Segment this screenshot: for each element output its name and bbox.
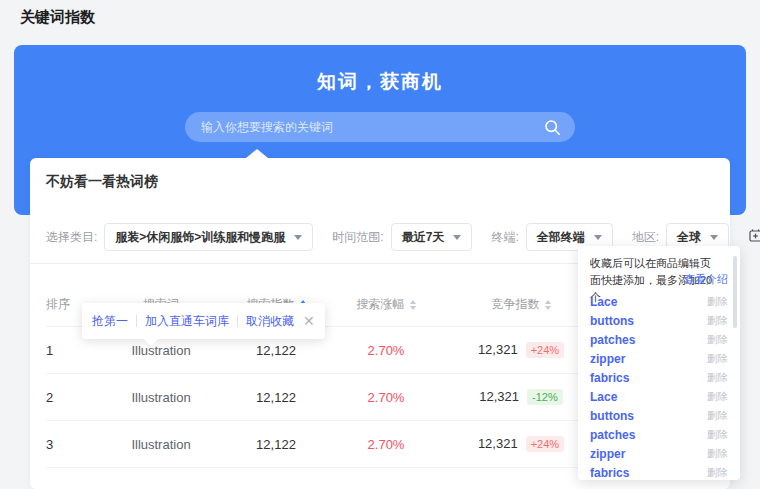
chevron-down-icon xyxy=(594,235,602,240)
favorite-word-link[interactable]: zipper xyxy=(590,447,625,461)
keyword-cell: Illustration xyxy=(106,390,216,405)
hot-words-heading: 不妨看一看热词榜 xyxy=(46,173,158,191)
grab-first-link[interactable]: 抢第一 xyxy=(92,313,128,330)
list-item: buttons 删除 xyxy=(578,406,740,425)
growth-cell: 2.70% xyxy=(336,390,436,405)
favorite-word-link[interactable]: patches xyxy=(590,333,635,347)
search-input[interactable] xyxy=(201,120,544,134)
list-item: fabrics 删除 xyxy=(578,368,740,387)
delete-button[interactable]: 删除 xyxy=(707,333,728,347)
search-index-cell: 12,122 xyxy=(216,437,336,452)
chevron-down-icon xyxy=(453,235,461,240)
competition-value: 12,321 xyxy=(479,389,519,404)
favorite-word-link[interactable]: patches xyxy=(590,428,635,442)
change-badge: +24% xyxy=(526,436,564,452)
list-item: patches 删除 xyxy=(578,330,740,349)
change-badge: -12% xyxy=(527,389,563,405)
growth-cell: 2.70% xyxy=(336,343,436,358)
list-item: fabrics 删除 xyxy=(578,463,740,480)
column-header-label: 竞争指数 xyxy=(492,296,540,313)
time-range-select[interactable]: 最近7天 xyxy=(391,223,473,251)
delete-button[interactable]: 删除 xyxy=(707,409,728,423)
terminal-label: 终端: xyxy=(491,229,518,246)
keyword-search-bar[interactable] xyxy=(185,112,575,142)
delete-button[interactable]: 删除 xyxy=(707,371,728,385)
list-item: Lace 删除 xyxy=(578,387,740,406)
keyword-cell: Illustration xyxy=(106,437,216,452)
close-icon[interactable]: ✕ xyxy=(303,314,315,328)
region-label: 地区: xyxy=(632,229,659,246)
add-to-collection-icon xyxy=(748,228,760,246)
favorite-word-link[interactable]: buttons xyxy=(590,314,634,328)
sort-icon[interactable] xyxy=(545,300,551,310)
region-value: 全球 xyxy=(677,229,701,246)
favorites-list: Lace 删除 buttons 删除 patches 删除 zipper 删除 … xyxy=(578,292,740,480)
favorite-word-link[interactable]: fabrics xyxy=(590,371,629,385)
rank-cell: 1 xyxy=(46,343,106,358)
favorite-word-link[interactable]: Lace xyxy=(590,295,617,309)
favorite-word-link[interactable]: fabrics xyxy=(590,466,629,480)
keyword-cell: Illustration xyxy=(106,343,216,358)
rank-cell: 2 xyxy=(46,390,106,405)
rank-cell: 3 xyxy=(46,437,106,452)
terminal-value: 全部终端 xyxy=(537,229,585,246)
delete-button[interactable]: 删除 xyxy=(707,428,728,442)
time-range-value: 最近7天 xyxy=(402,229,445,246)
chevron-down-icon xyxy=(710,235,718,240)
search-icon[interactable] xyxy=(544,119,561,136)
search-index-cell: 12,122 xyxy=(216,343,336,358)
tooltip-caret xyxy=(144,339,158,346)
add-to-zhitongche-link[interactable]: 加入直通车词库 xyxy=(145,313,229,330)
delete-button[interactable]: 删除 xyxy=(707,447,728,461)
keyword-action-tooltip: 抢第一 加入直通车词库 取消收藏 ✕ xyxy=(82,303,325,339)
list-item: zipper 删除 xyxy=(578,444,740,463)
sort-icon[interactable] xyxy=(410,300,416,310)
favorite-word-link[interactable]: buttons xyxy=(590,409,634,423)
list-item: patches 删除 xyxy=(578,425,740,444)
favorite-word-link[interactable]: zipper xyxy=(590,352,625,366)
delete-button[interactable]: 删除 xyxy=(707,295,728,309)
delete-button[interactable]: 删除 xyxy=(707,314,728,328)
competition-value: 12,321 xyxy=(478,342,518,357)
search-index-cell: 12,122 xyxy=(216,390,336,405)
list-item: buttons 删除 xyxy=(578,311,740,330)
view-intro-link[interactable]: 查看介绍 xyxy=(684,272,728,287)
change-badge: +24% xyxy=(526,342,564,358)
banner-headline: 知词，获商机 xyxy=(14,69,746,95)
page-title: 关键词指数 xyxy=(20,8,95,27)
favorites-panel: 收藏后可以在商品编辑页面快捷添加，最多添加20个 查看介绍 Lace 删除 bu… xyxy=(578,246,740,480)
card-notch xyxy=(246,149,268,158)
column-header-search-growth: 搜索涨幅 xyxy=(336,296,436,313)
delete-button[interactable]: 删除 xyxy=(707,352,728,366)
unfavorite-link[interactable]: 取消收藏 xyxy=(246,313,294,330)
scrollbar[interactable] xyxy=(733,256,737,328)
time-range-label: 时间范围: xyxy=(332,229,383,246)
column-header-label: 搜索涨幅 xyxy=(357,296,405,313)
delete-button[interactable]: 删除 xyxy=(707,390,728,404)
category-value: 服装>休闲服饰>训练服和慢跑服 xyxy=(115,229,285,246)
category-label: 选择类目: xyxy=(46,229,97,246)
chevron-down-icon xyxy=(294,235,302,240)
list-item: zipper 删除 xyxy=(578,349,740,368)
delete-button[interactable]: 删除 xyxy=(707,466,728,480)
growth-cell: 2.70% xyxy=(336,437,436,452)
divider xyxy=(237,315,238,327)
favorite-words-button[interactable]: 收藏词 xyxy=(748,228,760,246)
divider xyxy=(136,315,137,327)
favorite-word-link[interactable]: Lace xyxy=(590,390,617,404)
competition-value: 12,321 xyxy=(478,436,518,451)
list-item: Lace 删除 xyxy=(578,292,740,311)
category-select[interactable]: 服装>休闲服饰>训练服和慢跑服 xyxy=(104,223,313,251)
